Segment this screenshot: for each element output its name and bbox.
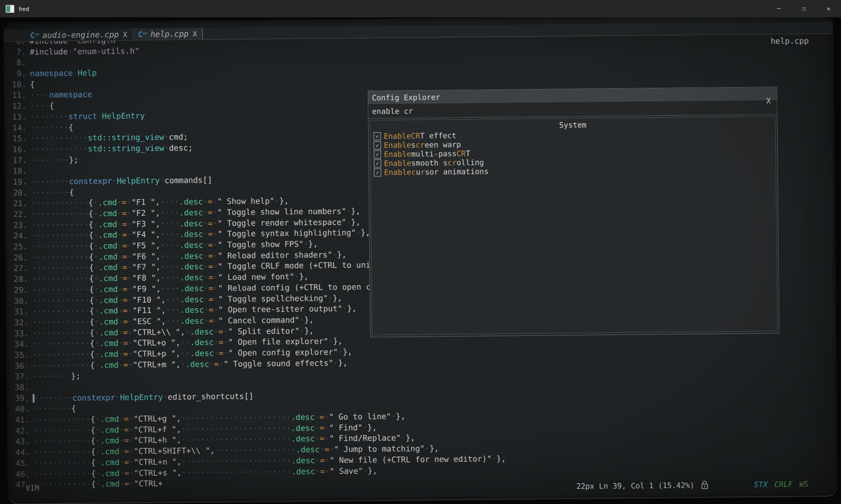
config-explorer-popup: Config Explorer X enable cr System ✓Enab… — [368, 87, 780, 337]
line-number: 27. — [6, 263, 32, 274]
window-controls: ─ ❐ ✕ — [766, 0, 841, 17]
line-number: 26. — [6, 252, 32, 263]
vim-mode-indicator: VIM — [26, 484, 39, 493]
line-number: 40. — [8, 404, 33, 415]
line-number: 13. — [5, 112, 30, 123]
line-number: 30. — [6, 295, 32, 306]
crt-screen: C++audio-engine.cppXC++help.cppX help.cp… — [4, 15, 837, 503]
tab-label: audio-engine.cpp — [42, 30, 119, 40]
app-icon — [6, 5, 14, 13]
line-number: 24. — [6, 230, 31, 241]
tab-audio-engine.cpp[interactable]: C++audio-engine.cppX — [25, 28, 133, 41]
app-title: fred — [19, 6, 29, 12]
line-number: 17. — [5, 155, 31, 166]
line-number: 11. — [5, 90, 30, 101]
os-title-bar: fred ─ ❐ ✕ — [0, 0, 841, 17]
line-number: 22. — [6, 209, 31, 220]
line-number: 36. — [7, 361, 33, 372]
line-number: 21. — [5, 198, 31, 209]
cpp-file-icon: C++ — [30, 31, 39, 40]
line-number: 15. — [5, 133, 31, 144]
line-number: 29. — [6, 285, 32, 296]
flag-stx: STX — [754, 480, 767, 489]
line-number: 20. — [5, 187, 31, 198]
minimize-button[interactable]: ─ — [766, 0, 791, 17]
line-number: 7. — [4, 47, 30, 58]
line-number: 39. — [7, 393, 33, 404]
line-number: 32. — [6, 317, 32, 328]
line-number: 45. — [8, 458, 34, 469]
line-number: 19. — [5, 177, 31, 187]
line-number: 18. — [5, 166, 31, 177]
tab-label: help.cpp — [150, 29, 188, 38]
line-number: 37. — [7, 371, 33, 382]
maximize-button[interactable]: ❐ — [791, 0, 816, 17]
line-number: 46. — [8, 469, 34, 479]
lock-icon — [700, 480, 709, 490]
tab-close-icon[interactable]: X — [123, 30, 128, 38]
checkbox-checked-icon[interactable]: ✓ — [374, 141, 381, 149]
line-number: 44. — [8, 447, 34, 458]
line-number: 28. — [6, 274, 32, 285]
app-window: fred ─ ❐ ✕ C++audio-engine.cppXC++help.c… — [0, 0, 841, 504]
line-number: 38. — [7, 382, 33, 393]
line-number: 10. — [4, 79, 30, 90]
tab-help.cpp[interactable]: C++help.cppX — [133, 28, 203, 40]
line-number: 42. — [8, 426, 33, 436]
line-number: 35. — [7, 350, 32, 361]
line-number: 43. — [8, 436, 33, 447]
line-number: 25. — [6, 241, 32, 252]
line-number: 14. — [5, 122, 30, 133]
line-number: 34. — [7, 339, 32, 350]
line-number: 41. — [8, 415, 33, 426]
checkbox-checked-icon[interactable]: ✓ — [374, 168, 381, 177]
line-number: 16. — [5, 144, 31, 155]
current-file-overlay: help.cpp — [770, 36, 809, 46]
config-option-list: System ✓Enable CRT effect✓Enable screen … — [370, 116, 777, 335]
status-bar-right: 22px Ln 39, Col 1 (15.42%) STXCRLFWS — [576, 479, 809, 491]
line-number: 12. — [5, 101, 30, 112]
flag-ws: WS — [799, 479, 809, 489]
file-flags: STXCRLFWS — [754, 479, 809, 489]
checkbox-checked-icon[interactable]: ✓ — [374, 150, 381, 158]
cpp-file-icon: C++ — [138, 29, 147, 38]
line-number: 33. — [7, 328, 32, 339]
line-number: 31. — [6, 306, 32, 317]
cursor-position-text: 22px Ln 39, Col 1 (15.42%) — [576, 481, 694, 491]
close-button[interactable]: ✕ — [816, 0, 841, 17]
line-number: 8. — [4, 57, 30, 68]
checkbox-checked-icon[interactable]: ✓ — [374, 159, 381, 167]
line-number: 23. — [6, 220, 31, 231]
popup-close-icon[interactable]: X — [766, 96, 771, 105]
line-number: 9. — [4, 68, 30, 79]
tab-close-icon[interactable]: X — [193, 29, 197, 38]
flag-crlf: CRLF — [774, 480, 792, 489]
checkbox-checked-icon[interactable]: ✓ — [374, 132, 381, 140]
